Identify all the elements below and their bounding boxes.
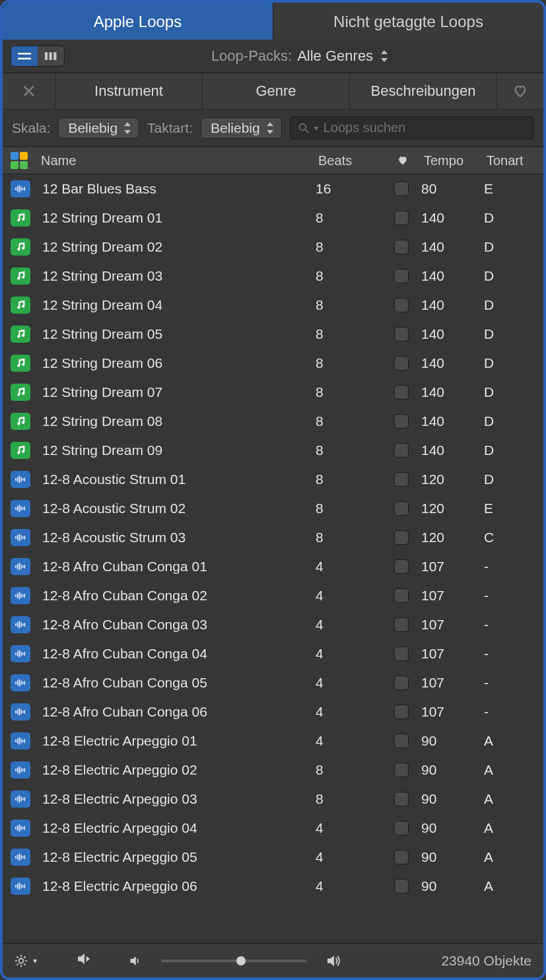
list-item[interactable]: 12-8 Electric Arpeggio 03890A [3,785,543,814]
list-item[interactable]: 12-8 Electric Arpeggio 04490A [3,814,543,843]
list-item[interactable]: 12 String Dream 078140D [3,378,543,407]
loop-favorite-checkbox[interactable] [382,647,421,661]
settings-menu[interactable]: ▾ [15,954,37,967]
loop-favorite-checkbox[interactable] [382,821,421,835]
category-tab-instrument[interactable]: Instrument [55,73,203,109]
list-item[interactable]: 12-8 Afro Cuban Conga 064107- [3,697,543,726]
speaker-play-icon [77,953,91,965]
list-item[interactable]: 12 String Dream 088140D [3,407,543,436]
checkbox-icon [394,792,409,806]
category-tab-genre[interactable]: Genre [203,73,350,109]
list-item[interactable]: 12-8 Electric Arpeggio 06490A [3,872,543,901]
list-item[interactable]: 12-8 Afro Cuban Conga 014107- [3,552,543,581]
volume-thumb[interactable] [236,956,246,965]
loop-favorite-checkbox[interactable] [382,385,421,400]
loop-favorite-checkbox[interactable] [382,734,421,748]
audio-loop-icon [11,703,30,720]
list-item[interactable]: 12-8 Afro Cuban Conga 034107- [3,610,543,639]
column-header-beats[interactable]: Beats [316,153,382,168]
column-header-key[interactable]: Tonart [484,153,543,168]
preview-play-button[interactable] [77,953,91,968]
column-header-tempo[interactable]: Tempo [421,153,484,168]
list-item[interactable]: 12 String Dream 048140D [3,291,543,320]
midi-loop-icon [11,355,30,372]
loop-name: 12-8 Electric Arpeggio 05 [42,849,316,865]
checkbox-icon [394,676,409,690]
list-item[interactable]: 12 String Dream 098140D [3,436,543,465]
loop-list[interactable]: 12 Bar Blues Bass1680E12 String Dream 01… [3,174,543,943]
audio-loop-icon [11,180,30,197]
list-item[interactable]: 12-8 Acoustic Strum 028120E [3,494,543,523]
view-button-list[interactable] [11,46,38,66]
loop-favorite-checkbox[interactable] [382,356,421,370]
loop-key: D [484,297,543,313]
category-tab-descriptions[interactable]: Beschreibungen [350,73,497,109]
audio-loop-icon [11,616,30,633]
gear-icon [15,954,28,967]
list-item[interactable]: 12-8 Electric Arpeggio 02890A [3,755,543,785]
list-item[interactable]: 12 String Dream 038140D [3,262,543,291]
list-item[interactable]: 12-8 Afro Cuban Conga 024107- [3,581,543,610]
checkbox-icon [394,298,409,312]
loop-favorite-checkbox[interactable] [382,298,421,312]
tab-untagged-loops[interactable]: Nicht getaggte Loops [273,3,543,40]
loop-favorite-checkbox[interactable] [382,472,421,487]
list-item[interactable]: 12-8 Acoustic Strum 038120C [3,523,543,552]
list-item[interactable]: 12 Bar Blues Bass1680E [3,174,543,203]
list-item[interactable]: 12-8 Electric Arpeggio 05490A [3,843,543,872]
list-item[interactable]: 12-8 Acoustic Strum 018120D [3,465,543,494]
loop-favorite-checkbox[interactable] [382,850,421,864]
checkbox-icon [394,559,409,574]
loop-key: A [484,878,543,894]
volume-low-icon [129,956,141,966]
list-item[interactable]: 12 String Dream 018140D [3,203,543,232]
list-item[interactable]: 12 String Dream 028140D [3,232,543,262]
time-signature-select[interactable]: Beliebig [201,118,282,139]
svg-marker-112 [78,954,85,964]
loop-type-filter-icon[interactable] [11,152,28,169]
time-signature-value: Beliebig [211,120,260,136]
audio-loop-icon [11,558,30,575]
loop-favorite-checkbox[interactable] [382,617,421,632]
object-count: 23940 Objekte [441,953,531,969]
loop-key: A [484,762,543,778]
search-field[interactable]: ▾ [290,116,534,139]
clear-filters-button[interactable]: ✕ [3,73,55,109]
loop-favorite-checkbox[interactable] [382,240,421,254]
loop-favorite-checkbox[interactable] [382,879,421,893]
loop-favorite-checkbox[interactable] [382,676,421,690]
loop-favorite-checkbox[interactable] [382,414,421,429]
loop-favorite-checkbox[interactable] [382,705,421,719]
list-item[interactable]: 12-8 Afro Cuban Conga 044107- [3,639,543,668]
category-tab-favorites[interactable] [497,73,543,109]
loop-name: 12-8 Electric Arpeggio 01 [42,733,316,749]
volume-slider[interactable] [161,960,306,962]
tab-apple-loops[interactable]: Apple Loops [3,3,273,40]
loop-favorite-checkbox[interactable] [382,530,421,545]
loop-tempo: 120 [421,530,484,545]
loop-favorite-checkbox[interactable] [382,792,421,806]
loop-key: A [484,820,543,836]
list-item[interactable]: 12-8 Afro Cuban Conga 054107- [3,668,543,697]
loop-packs-select[interactable]: Alle Genres [297,48,394,65]
checkbox-icon [394,472,409,487]
loop-favorite-checkbox[interactable] [382,211,421,225]
list-item[interactable]: 12 String Dream 068140D [3,349,543,378]
search-input[interactable] [324,120,526,135]
column-header-favorite[interactable] [382,155,421,166]
loop-favorite-checkbox[interactable] [382,559,421,574]
view-toggle [11,46,65,67]
view-button-columns[interactable] [38,46,64,66]
scale-select[interactable]: Beliebig [58,118,139,139]
loop-favorite-checkbox[interactable] [382,588,421,603]
loop-favorite-checkbox[interactable] [382,269,421,283]
loop-favorite-checkbox[interactable] [382,763,421,777]
loop-favorite-checkbox[interactable] [382,443,421,458]
list-item[interactable]: 12 String Dream 058140D [3,320,543,349]
loop-favorite-checkbox[interactable] [382,501,421,516]
column-header-name[interactable]: Name [38,153,316,168]
loop-favorite-checkbox[interactable] [382,182,421,196]
loop-favorite-checkbox[interactable] [382,327,421,341]
loop-name: 12-8 Afro Cuban Conga 03 [42,617,316,633]
list-item[interactable]: 12-8 Electric Arpeggio 01490A [3,726,543,755]
